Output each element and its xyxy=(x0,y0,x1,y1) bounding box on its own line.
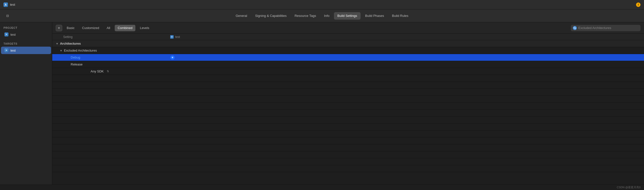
tab-build-settings[interactable]: Build Settings xyxy=(334,12,361,20)
row-setting-release: Release xyxy=(56,63,170,66)
main-toolbar: ⊟ General Signing & Capabilities Resourc… xyxy=(0,9,644,22)
column-headers: Setting A test xyxy=(52,34,644,40)
toolbar-left: ⊟ xyxy=(4,12,12,19)
content-area: PROJECT A test TARGETS A test + Basic Cu… xyxy=(0,22,644,190)
status-bar: CSDN @星星月亮0 xyxy=(0,185,644,190)
svg-point-0 xyxy=(574,27,575,28)
sidebar-item-project[interactable]: A test xyxy=(1,31,51,38)
tab-build-rules[interactable]: Build Rules xyxy=(388,12,412,20)
sort-icon: ⇅ xyxy=(107,70,109,73)
section-chevron: ▼ xyxy=(56,42,58,45)
empty-row xyxy=(52,75,644,82)
warning-icon: ! xyxy=(636,2,640,7)
view-btn-levels[interactable]: Levels xyxy=(137,25,152,31)
col-header-target: A test xyxy=(170,35,640,39)
col-header-setting: Setting xyxy=(56,35,170,39)
empty-row xyxy=(52,165,644,172)
table-container: Setting A test ▼ Architectures ▼ Exclude… xyxy=(52,34,644,190)
view-btn-customized[interactable]: Customized xyxy=(79,25,102,31)
empty-row xyxy=(52,123,644,130)
project-icon: A xyxy=(4,32,8,36)
table-row[interactable]: Release xyxy=(52,61,644,68)
sidebar-item-target[interactable]: A test xyxy=(1,47,51,54)
add-value-button[interactable]: + xyxy=(170,55,175,60)
view-btn-combined[interactable]: Combined xyxy=(115,25,135,31)
col-target-icon: A xyxy=(170,35,174,39)
target-label: test xyxy=(10,49,16,52)
status-text: CSDN @星星月亮0 xyxy=(617,186,640,189)
sub-section-title: Excluded Architectures xyxy=(64,49,97,52)
project-section-label: PROJECT xyxy=(0,25,52,31)
window-title: test xyxy=(10,3,15,6)
warning-area: ! xyxy=(636,2,640,7)
project-label: test xyxy=(10,33,16,36)
tab-build-phases[interactable]: Build Phases xyxy=(362,12,388,20)
excluded-architectures-header[interactable]: ▼ Excluded Architectures xyxy=(52,47,644,54)
main-panel: + Basic Customized All Combined Levels xyxy=(52,22,644,190)
architectures-section-header[interactable]: ▼ Architectures xyxy=(52,40,644,47)
empty-row xyxy=(52,130,644,137)
search-input[interactable] xyxy=(578,26,638,30)
targets-section-label: TARGETS xyxy=(0,41,52,47)
empty-row xyxy=(52,158,644,165)
app-icon: A xyxy=(4,2,8,7)
sidebar: PROJECT A test TARGETS A test xyxy=(0,22,52,190)
empty-row xyxy=(52,117,644,123)
target-icon: A xyxy=(4,48,8,52)
empty-row xyxy=(52,137,644,144)
tab-signing-capabilities[interactable]: Signing & Capabilities xyxy=(252,12,290,20)
view-btn-all[interactable]: All xyxy=(104,25,113,31)
empty-row xyxy=(52,151,644,158)
view-btn-basic[interactable]: Basic xyxy=(64,25,78,31)
tab-info[interactable]: Info xyxy=(320,12,333,20)
col-target-label: test xyxy=(175,35,180,39)
empty-row xyxy=(52,82,644,89)
sidebar-toggle-button[interactable]: ⊟ xyxy=(4,12,12,19)
sub-toolbar: + Basic Customized All Combined Levels xyxy=(52,22,644,34)
section-title: Architectures xyxy=(60,42,81,45)
empty-row xyxy=(52,110,644,117)
sub-section-chevron: ▼ xyxy=(60,49,62,52)
row-setting-debug: Debug xyxy=(56,56,170,59)
search-icon xyxy=(573,26,577,30)
empty-row xyxy=(52,103,644,110)
tab-resource-tags[interactable]: Resource Tags xyxy=(291,12,320,20)
table-row[interactable]: Any SDK ⇅ xyxy=(52,68,644,75)
svg-line-1 xyxy=(575,28,576,29)
add-setting-button[interactable]: + xyxy=(56,25,62,31)
search-area xyxy=(571,25,640,31)
tab-general[interactable]: General xyxy=(232,12,250,20)
empty-row xyxy=(52,96,644,103)
empty-row xyxy=(52,89,644,96)
title-bar: A test ! xyxy=(0,0,644,9)
row-value-debug: + xyxy=(170,55,640,60)
row-setting-any-sdk: Any SDK ⇅ xyxy=(56,70,170,73)
table-row[interactable]: Debug + xyxy=(52,54,644,61)
empty-row xyxy=(52,144,644,151)
